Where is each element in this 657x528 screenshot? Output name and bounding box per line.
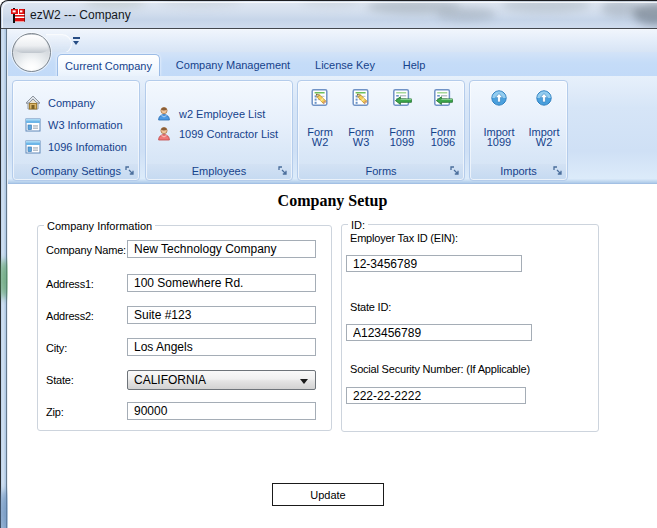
ribbon-button-1096-infomation[interactable]: 1096 Infomation [25, 138, 127, 156]
address2-input[interactable] [127, 306, 316, 324]
ribbon-tab-row: Current Company Company Management Licen… [8, 52, 657, 76]
ribbon-group-company-settings: Company W3 Information [12, 80, 140, 181]
form-table-icon [25, 117, 41, 133]
ribbon-button-form-1096[interactable]: Form1096 [423, 87, 463, 163]
ribbon-button-label: Form1099 [382, 127, 422, 147]
dialog-launcher-icon[interactable] [125, 166, 135, 176]
ribbon-button-label: Form1096 [423, 127, 463, 147]
zip-label: Zip: [46, 406, 64, 418]
id-legend: ID: [348, 219, 368, 231]
state-label: State: [46, 374, 74, 386]
ribbon-button-company[interactable]: Company [25, 94, 95, 112]
ribbon-button-w3-information[interactable]: W3 Information [25, 116, 123, 134]
client-area: Company Setup Company Information Compan… [8, 184, 657, 528]
ein-input[interactable] [346, 255, 522, 272]
state-select[interactable]: CALIFORNIA [127, 370, 316, 390]
dialog-launcher-icon[interactable] [553, 166, 563, 176]
ribbon-button-label: ImportW2 [524, 127, 564, 147]
tab-help[interactable]: Help [394, 55, 434, 76]
tab-company-management[interactable]: Company Management [174, 55, 292, 76]
ribbon-group-title: Employees [147, 164, 291, 179]
state-id-input[interactable] [346, 324, 532, 341]
import-up-arrow-icon [534, 89, 554, 107]
ssn-input[interactable] [346, 387, 526, 404]
company-name-input[interactable] [127, 240, 316, 258]
house-icon [25, 95, 41, 111]
quick-access-toolbar [8, 29, 657, 52]
address1-input[interactable] [127, 274, 316, 292]
tab-current-company[interactable]: Current Company [57, 54, 160, 76]
window-title: ezW2 --- Company [30, 8, 131, 22]
ribbon-button-label: W3 Information [48, 119, 123, 131]
ribbon-button-import-1099[interactable]: Import1099 [479, 87, 519, 163]
ribbon-group-title: Forms [299, 164, 463, 179]
person-red-icon [156, 126, 172, 142]
import-up-arrow-icon [489, 89, 509, 107]
document-arrow-icon [392, 89, 412, 107]
title-bar[interactable]: ezW2 --- Company [0, 0, 657, 29]
city-input[interactable] [127, 338, 316, 356]
ribbon-button-form-1099[interactable]: Form1099 [382, 87, 422, 163]
company-name-label: Company Name: [46, 244, 126, 256]
dropdown-arrow-icon [300, 379, 308, 384]
ein-label: Employer Tax ID (EIN): [350, 232, 458, 244]
state-select-value: CALIFORNIA [134, 373, 206, 387]
ribbon-button-label: w2 Employee List [179, 108, 265, 120]
zip-input[interactable] [127, 402, 316, 420]
document-edit-icon [310, 89, 330, 107]
update-button[interactable]: Update [272, 483, 384, 506]
form-table-icon [25, 139, 41, 155]
window-left-border [0, 29, 8, 528]
application-orb-button[interactable] [12, 33, 51, 72]
company-information-legend: Company Information [44, 220, 155, 232]
state-id-label: State ID: [350, 301, 391, 313]
document-edit-icon [351, 89, 371, 107]
ribbon-button-label: FormW3 [341, 127, 381, 147]
address2-label: Address2: [46, 310, 94, 322]
ribbon-group-imports: Import1099 ImportW2 Imports [469, 80, 568, 181]
ribbon-button-label: 1099 Contractor List [179, 128, 278, 140]
ribbon-button-1099-contractor-list[interactable]: 1099 Contractor List [156, 125, 278, 143]
ribbon-button-form-w2[interactable]: FormW2 [300, 87, 340, 163]
ribbon-button-w2-employee-list[interactable]: w2 Employee List [156, 105, 265, 123]
ribbon-button-label: Import1099 [479, 127, 519, 147]
city-label: City: [46, 342, 67, 354]
document-arrow-icon [433, 89, 453, 107]
ribbon-group-title: Imports [471, 164, 566, 179]
ribbon-group-forms: FormW2 [297, 80, 465, 181]
dialog-launcher-icon[interactable] [450, 166, 460, 176]
person-blue-icon [156, 106, 172, 122]
tab-license-key[interactable]: License Key [310, 55, 380, 76]
ribbon-button-form-w3[interactable]: FormW3 [341, 87, 381, 163]
ribbon: Company W3 Information [8, 76, 657, 184]
ribbon-group-employees: w2 Employee List 1099 Contractor List Em… [145, 80, 293, 181]
ribbon-group-title: Company Settings [14, 164, 138, 179]
quick-access-dropdown-icon[interactable] [72, 37, 81, 46]
page-title: Company Setup [8, 192, 657, 210]
app-window: ezW2 --- Company Current Company Company… [0, 0, 657, 528]
ribbon-button-import-w2[interactable]: ImportW2 [524, 87, 564, 163]
ssn-label: Social Security Number: (If Applicable) [350, 363, 530, 375]
app-icon [10, 7, 27, 24]
ribbon-button-label: Company [48, 97, 95, 109]
ribbon-button-label: 1096 Infomation [48, 141, 127, 153]
ribbon-chrome: Current Company Company Management Licen… [8, 29, 657, 184]
ribbon-button-label: FormW2 [300, 127, 340, 147]
dialog-launcher-icon[interactable] [278, 166, 288, 176]
address1-label: Address1: [46, 278, 94, 290]
